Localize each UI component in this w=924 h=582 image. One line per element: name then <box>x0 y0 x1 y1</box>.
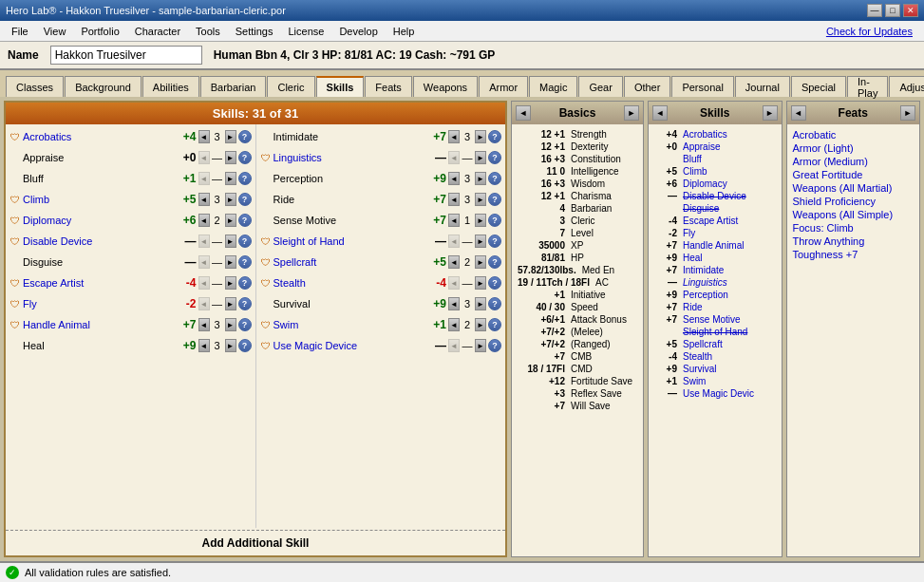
tab-magic[interactable]: Magic <box>529 76 577 97</box>
tab-other[interactable]: Other <box>624 76 671 97</box>
skill-decrease-button[interactable]: ◄ <box>198 130 210 143</box>
skill-increase-button[interactable]: ► <box>475 151 486 164</box>
check-updates-link[interactable]: Check for Updates <box>826 26 920 37</box>
skill-help-button[interactable]: ? <box>238 151 252 164</box>
skill-decrease-button[interactable]: ◄ <box>198 151 210 164</box>
menu-file[interactable]: File <box>4 24 36 39</box>
tab-abilities[interactable]: Abilities <box>142 76 199 97</box>
add-skill-button[interactable]: Add Additional Skill <box>6 530 505 555</box>
feat-item[interactable]: Great Fortitude <box>791 168 916 181</box>
skill-help-button[interactable]: ? <box>488 318 501 331</box>
skill-decrease-button[interactable]: ◄ <box>448 193 460 206</box>
basics-left-arrow[interactable]: ◄ <box>516 105 531 121</box>
skill-help-button[interactable]: ? <box>488 130 501 143</box>
skill-decrease-button[interactable]: ◄ <box>198 172 210 185</box>
feat-item[interactable]: Focus: Climb <box>791 221 916 235</box>
tab-cleric[interactable]: Cleric <box>267 76 314 97</box>
skills-sum-right-arrow[interactable]: ► <box>763 105 778 121</box>
skill-increase-button[interactable]: ► <box>475 339 486 352</box>
skill-decrease-button[interactable]: ◄ <box>198 318 210 331</box>
skill-increase-button[interactable]: ► <box>225 297 236 310</box>
basics-right-arrow[interactable]: ► <box>624 105 639 121</box>
tab-skills[interactable]: Skills <box>316 76 365 97</box>
skill-help-button[interactable]: ? <box>488 255 501 269</box>
skill-help-button[interactable]: ? <box>238 130 252 143</box>
skill-help-button[interactable]: ? <box>488 172 501 185</box>
skill-name[interactable]: Use Magic Device <box>273 340 419 351</box>
skill-name[interactable]: Disable Device <box>23 235 168 247</box>
skill-increase-button[interactable]: ► <box>225 193 236 206</box>
skill-help-button[interactable]: ? <box>238 297 252 310</box>
skill-name[interactable]: Swim <box>273 319 419 330</box>
skill-name[interactable]: Sleight of Hand <box>273 235 419 247</box>
menu-view[interactable]: View <box>36 24 74 39</box>
skill-help-button[interactable]: ? <box>488 235 501 248</box>
skill-increase-button[interactable]: ► <box>475 214 486 227</box>
skill-name[interactable]: Escape Artist <box>23 277 168 289</box>
skill-increase-button[interactable]: ► <box>225 276 236 290</box>
tab-weapons[interactable]: Weapons <box>413 76 478 97</box>
skill-name[interactable]: Acrobatics <box>23 131 168 142</box>
skill-increase-button[interactable]: ► <box>225 151 236 164</box>
feats-right-arrow[interactable]: ► <box>900 105 915 121</box>
menu-license[interactable]: License <box>280 24 331 39</box>
skill-help-button[interactable]: ? <box>488 214 501 227</box>
skill-name[interactable]: Fly <box>23 298 168 310</box>
tab-gear[interactable]: Gear <box>578 76 622 97</box>
feat-item[interactable]: Shield Proficiency <box>791 195 916 208</box>
maximize-button[interactable]: □ <box>885 4 900 17</box>
menu-develop[interactable]: Develop <box>331 24 385 39</box>
skill-decrease-button[interactable]: ◄ <box>198 214 210 227</box>
menu-character[interactable]: Character <box>127 24 188 39</box>
skill-name[interactable]: Handle Animal <box>23 319 168 330</box>
skill-help-button[interactable]: ? <box>238 172 252 185</box>
skill-decrease-button[interactable]: ◄ <box>448 255 460 269</box>
skill-increase-button[interactable]: ► <box>225 235 236 248</box>
skill-decrease-button[interactable]: ◄ <box>198 297 210 310</box>
tab-barbarian[interactable]: Barbarian <box>200 76 267 97</box>
tab-feats[interactable]: Feats <box>365 76 412 97</box>
skill-decrease-button[interactable]: ◄ <box>198 276 210 290</box>
skill-help-button[interactable]: ? <box>238 193 252 206</box>
skill-decrease-button[interactable]: ◄ <box>448 214 460 227</box>
skill-decrease-button[interactable]: ◄ <box>448 318 460 331</box>
skill-decrease-button[interactable]: ◄ <box>198 235 210 248</box>
skill-name[interactable]: Spellcraft <box>273 256 419 268</box>
skill-help-button[interactable]: ? <box>238 339 252 352</box>
feat-item[interactable]: Toughness +7 <box>791 248 916 261</box>
feat-item[interactable]: Armor (Medium) <box>791 155 916 168</box>
skills-sum-left-arrow[interactable]: ◄ <box>652 105 668 121</box>
skill-decrease-button[interactable]: ◄ <box>448 297 460 310</box>
skill-increase-button[interactable]: ► <box>225 214 236 227</box>
skill-decrease-button[interactable]: ◄ <box>448 151 460 164</box>
menu-settings[interactable]: Settings <box>228 24 281 39</box>
skill-help-button[interactable]: ? <box>488 297 501 310</box>
feat-item[interactable]: Throw Anything <box>791 235 916 248</box>
close-button[interactable]: ✕ <box>903 4 918 17</box>
tab-personal[interactable]: Personal <box>671 76 733 97</box>
skill-help-button[interactable]: ? <box>238 276 252 290</box>
skill-name[interactable]: Stealth <box>273 277 419 289</box>
skill-help-button[interactable]: ? <box>488 339 501 352</box>
skill-increase-button[interactable]: ► <box>475 193 486 206</box>
skill-decrease-button[interactable]: ◄ <box>198 193 210 206</box>
skill-name[interactable]: Diplomacy <box>23 215 168 226</box>
skill-help-button[interactable]: ? <box>488 151 501 164</box>
skill-decrease-button[interactable]: ◄ <box>448 130 460 143</box>
feat-item[interactable]: Acrobatic <box>791 128 916 141</box>
skill-help-button[interactable]: ? <box>488 276 501 290</box>
skill-increase-button[interactable]: ► <box>475 235 486 248</box>
skill-help-button[interactable]: ? <box>238 235 252 248</box>
skill-increase-button[interactable]: ► <box>225 255 236 269</box>
skill-name[interactable]: Linguistics <box>273 152 419 163</box>
skill-help-button[interactable]: ? <box>238 214 252 227</box>
tab-background[interactable]: Background <box>65 76 141 97</box>
skill-help-button[interactable]: ? <box>238 255 252 269</box>
skill-increase-button[interactable]: ► <box>225 339 236 352</box>
skill-increase-button[interactable]: ► <box>475 297 486 310</box>
skill-increase-button[interactable]: ► <box>475 130 486 143</box>
skill-decrease-button[interactable]: ◄ <box>448 235 460 248</box>
skill-decrease-button[interactable]: ◄ <box>448 172 460 185</box>
skill-increase-button[interactable]: ► <box>475 255 486 269</box>
tab-classes[interactable]: Classes <box>6 76 64 97</box>
